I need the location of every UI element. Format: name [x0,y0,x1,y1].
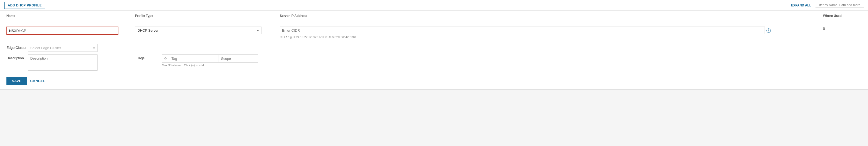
tag-input[interactable] [169,55,219,62]
server-ip-cell: i CIDR e.g. IPv4 10.22.12.2/23 or IPv6 f… [278,26,821,40]
cidr-hint: CIDR e.g. IPv4 10.22.12.2/23 or IPv6 fc7… [280,35,819,39]
profile-type-select[interactable]: DHCP Server DHCP Relay [135,27,261,34]
name-cell [4,26,133,36]
description-textarea[interactable] [28,55,97,70]
edge-cluster-row: Edge Cluster Select Edge Cluster ▼ [4,44,864,52]
profile-type-select-wrapper: DHCP Server DHCP Relay ▼ [135,27,261,34]
description-cell [28,55,135,71]
tags-hint: Max 30 allowed. Click (+) to add. [162,64,862,67]
name-input[interactable] [6,27,118,35]
where-used-cell: 0 [821,26,864,32]
scope-input[interactable] [219,55,258,62]
header-profile-type: Profile Type [133,13,278,19]
edge-cluster-select[interactable]: Select Edge Cluster [28,44,97,52]
action-row: SAVE CANCEL [4,77,864,85]
edge-cluster-label: Edge Cluster [6,44,28,50]
profile-type-cell: DHCP Server DHCP Relay ▼ [133,26,278,35]
table-header: Name Profile Type Server IP Address Wher… [0,11,868,21]
top-right-controls: EXPAND ALL [791,3,864,8]
description-label: Description [6,55,28,60]
desc-tags-row: Description Tags ⟳ + Max 30 allowed. Cli… [4,55,864,71]
tags-input-row: ⟳ + [162,55,258,62]
form-area: DHCP Server DHCP Relay ▼ i CIDR e.g. IPv… [0,21,868,90]
edge-cluster-select-wrapper: Select Edge Cluster ▼ [28,44,97,52]
top-bar: ADD DHCP PROFILE EXPAND ALL [0,0,868,11]
tag-icon: ⟳ [162,55,169,62]
form-row-top: DHCP Server DHCP Relay ▼ i CIDR e.g. IPv… [4,26,864,40]
header-server-ip: Server IP Address [278,13,821,19]
header-name: Name [4,13,133,19]
add-dhcp-profile-button[interactable]: ADD DHCP PROFILE [4,2,45,9]
expand-all-button[interactable]: EXPAND ALL [791,3,811,7]
tags-area: ⟳ + Max 30 allowed. Click (+) to add. [162,55,862,67]
header-where-used: Where Used [821,13,864,19]
filter-input[interactable] [815,3,864,8]
info-icon[interactable]: i [767,28,771,33]
cidr-input[interactable] [280,27,765,34]
cancel-button[interactable]: CANCEL [30,79,45,83]
tags-label: Tags [135,55,162,60]
save-button[interactable]: SAVE [6,77,27,85]
